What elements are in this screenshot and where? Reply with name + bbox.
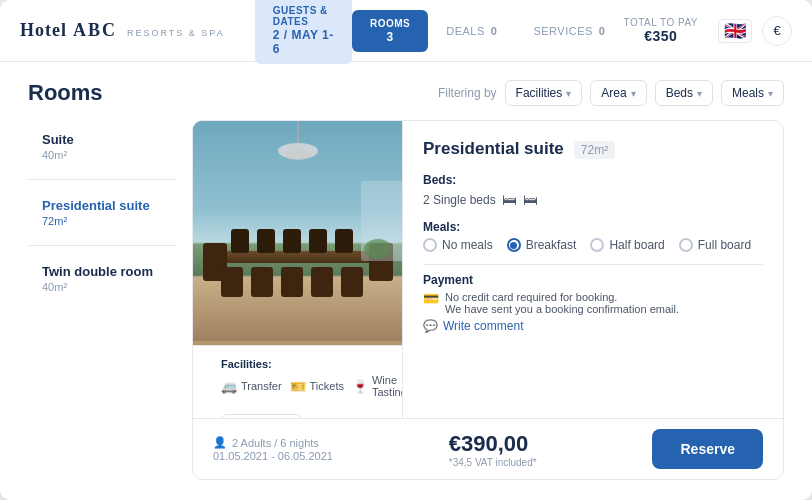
meals-row: No meals Breakfast Half board: [423, 238, 763, 252]
filter-bar: Filtering by Facilities ▾ Area ▾ Beds ▾ …: [438, 80, 784, 106]
room-photo: [193, 121, 403, 341]
room-sidebar: Suite 40m² Presidential suite 72m² Twin …: [28, 120, 176, 480]
app-window: Hotel ABC Resorts & Spa GUESTS & DATES 2…: [0, 0, 812, 500]
filter-area[interactable]: Area ▾: [590, 80, 646, 106]
tab-services-label: SERVICES: [533, 25, 592, 37]
meal-option-half-board[interactable]: Half board: [590, 238, 664, 252]
reserve-button[interactable]: Reserve: [652, 429, 763, 469]
svg-rect-15: [309, 229, 327, 253]
beds-label: Beds:: [423, 173, 763, 187]
write-comment-button[interactable]: 💬 Write comment: [423, 319, 763, 333]
room-image: [193, 121, 402, 345]
card-footer: 👤 2 Adults / 6 nights 01.05.2021 - 06.05…: [193, 418, 783, 479]
person-icon: 👤: [213, 436, 227, 449]
payment-label: Payment: [423, 273, 763, 287]
filter-area-label: Area: [601, 86, 626, 100]
svg-rect-16: [335, 229, 353, 253]
radio-breakfast: [507, 238, 521, 252]
room-image-side: Facilities: 🚐 Transfer 🎫 Tickets: [193, 121, 403, 418]
room-size: 40m²: [42, 281, 162, 293]
beds-row: 2 Single beds 🛏 🛏: [423, 191, 763, 208]
language-selector[interactable]: 🇬🇧: [718, 19, 752, 43]
room-detail-name: Presidential suite: [423, 139, 564, 159]
sidebar-item-presidential-suite[interactable]: Presidential suite 72m²: [28, 186, 176, 239]
tab-services[interactable]: SERVICES 0: [515, 16, 623, 45]
write-comment-label: Write comment: [443, 319, 523, 333]
room-size: 72m²: [42, 215, 162, 227]
tab-rooms-value: 3: [386, 30, 393, 44]
currency-selector[interactable]: €: [762, 16, 792, 46]
filter-facilities[interactable]: Facilities ▾: [505, 80, 583, 106]
beds-value: 2 Single beds: [423, 193, 496, 207]
meal-option-breakfast[interactable]: Breakfast: [507, 238, 577, 252]
facility-transfer: 🚐 Transfer: [221, 379, 282, 394]
payment-line1: No credit card required for booking.: [445, 291, 679, 303]
logo-subtitle: Resorts & Spa: [127, 28, 225, 38]
svg-point-3: [284, 150, 312, 160]
facilities-section: Facilities: 🚐 Transfer 🎫 Tickets: [193, 345, 402, 404]
tab-guests-dates[interactable]: GUESTS & DATES 2 / May 1-6: [255, 0, 352, 64]
svg-rect-9: [281, 267, 303, 297]
guests-text: 2 Adults / 6 nights: [232, 437, 319, 449]
sidebar-item-suite[interactable]: Suite 40m²: [28, 120, 176, 173]
more-info-section: More Info: [193, 404, 402, 418]
room-info-panel: Presidential suite 72m² Beds: 2 Single b…: [403, 121, 783, 418]
room-card: Facilities: 🚐 Transfer 🎫 Tickets: [192, 120, 784, 480]
main-content: Rooms Filtering by Facilities ▾ Area ▾ B…: [0, 62, 812, 500]
room-size: 40m²: [42, 149, 162, 161]
footer-vat: *34,5 VAT included*: [449, 457, 537, 468]
tab-guests-dates-label: GUESTS & DATES: [273, 5, 334, 27]
bed-icon-1: 🛏: [502, 191, 517, 208]
nav-tabs: GUESTS & DATES 2 / May 1-6 ROOMS 3 DEALS…: [255, 0, 624, 64]
logo-abc: ABC: [73, 20, 117, 41]
half-board-label: Half board: [609, 238, 664, 252]
tab-guests-dates-value: 2 / May 1-6: [273, 28, 334, 56]
svg-point-18: [364, 239, 392, 259]
svg-rect-10: [311, 267, 333, 297]
tab-services-value: 0: [599, 25, 606, 37]
logo-hotel: Hotel: [20, 20, 67, 41]
header: Hotel ABC Resorts & Spa GUESTS & DATES 2…: [0, 0, 812, 62]
full-board-label: Full board: [698, 238, 751, 252]
facility-tickets-label: Tickets: [310, 380, 344, 392]
sidebar-divider: [28, 179, 176, 180]
logo: Hotel ABC Resorts & Spa: [20, 20, 225, 41]
room-name: Presidential suite: [42, 198, 162, 213]
filter-beds[interactable]: Beds ▾: [655, 80, 713, 106]
total-to-pay-label: Total to Pay: [623, 17, 698, 28]
footer-guests: 👤 2 Adults / 6 nights: [213, 436, 333, 449]
room-name: Twin double room: [42, 264, 162, 279]
svg-rect-7: [221, 267, 243, 297]
svg-rect-8: [251, 267, 273, 297]
transfer-icon: 🚐: [221, 379, 237, 394]
tab-rooms-label: ROOMS: [370, 18, 410, 29]
sidebar-divider: [28, 245, 176, 246]
chevron-down-icon: ▾: [697, 88, 702, 99]
meal-option-full-board[interactable]: Full board: [679, 238, 751, 252]
radio-full-board: [679, 238, 693, 252]
svg-rect-14: [283, 229, 301, 253]
filter-label: Filtering by: [438, 86, 497, 100]
content-area: Suite 40m² Presidential suite 72m² Twin …: [28, 120, 784, 480]
payment-info: 💳 No credit card required for booking. W…: [423, 291, 763, 315]
facility-tickets: 🎫 Tickets: [290, 379, 344, 394]
breakfast-label: Breakfast: [526, 238, 577, 252]
filter-meals[interactable]: Meals ▾: [721, 80, 784, 106]
svg-rect-13: [257, 229, 275, 253]
meal-option-no-meals[interactable]: No meals: [423, 238, 493, 252]
payment-section: Payment 💳 No credit card required for bo…: [423, 264, 763, 333]
sidebar-item-twin-double[interactable]: Twin double room 40m²: [28, 252, 176, 305]
tab-deals-value: 0: [491, 25, 498, 37]
facilities-items: 🚐 Transfer 🎫 Tickets 🍷 Wine Tasting: [207, 372, 388, 400]
filter-facilities-label: Facilities: [516, 86, 563, 100]
facilities-list: Facilities:: [207, 352, 388, 372]
tab-rooms[interactable]: ROOMS 3: [352, 10, 428, 52]
tab-deals[interactable]: DEALS 0: [428, 16, 515, 45]
flag-icon: 🇬🇧: [724, 20, 746, 42]
filter-beds-label: Beds: [666, 86, 693, 100]
tickets-icon: 🎫: [290, 379, 306, 394]
room-title-row: Presidential suite 72m²: [423, 139, 763, 159]
facility-transfer-label: Transfer: [241, 380, 282, 392]
svg-rect-11: [341, 267, 363, 297]
total-to-pay: Total to Pay €350: [623, 17, 698, 44]
